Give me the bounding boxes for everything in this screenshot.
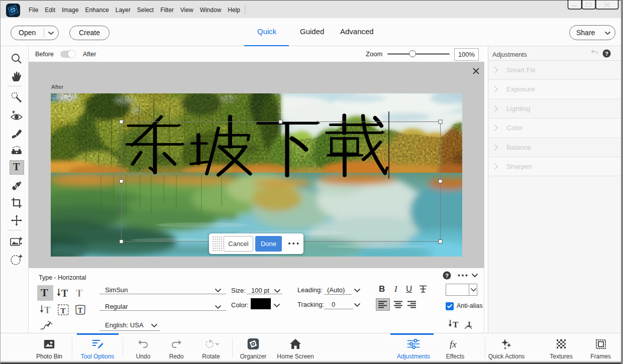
svg-text:T: T	[61, 307, 66, 315]
svg-text:fx: fx	[450, 339, 457, 349]
svg-text:T: T	[78, 307, 83, 314]
svg-text:T: T	[76, 288, 83, 299]
svg-text:T: T	[45, 319, 53, 329]
svg-text:T: T	[44, 305, 51, 315]
svg-text:T: T	[453, 320, 459, 329]
svg-text:?: ?	[605, 51, 608, 57]
svg-text:?: ?	[445, 273, 449, 279]
svg-text:T: T	[61, 288, 68, 299]
svg-text:T: T	[467, 320, 472, 328]
